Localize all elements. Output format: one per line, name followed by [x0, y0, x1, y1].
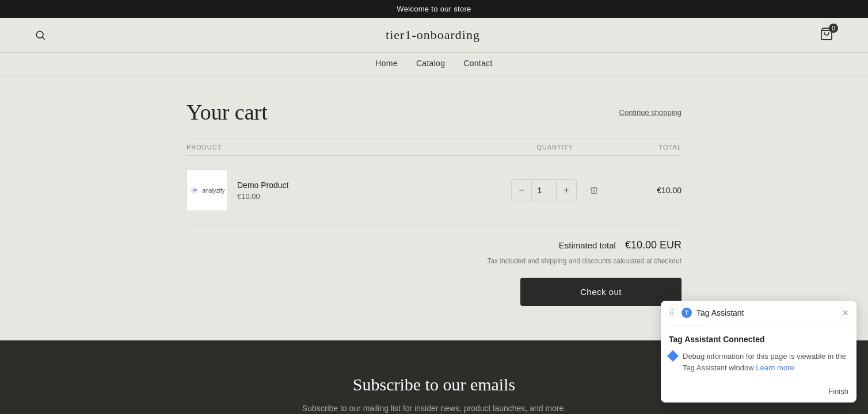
tag-assistant-close-button[interactable]: × — [842, 308, 848, 318]
svg-point-0 — [36, 31, 43, 38]
quantity-input[interactable] — [531, 180, 557, 201]
main-content: Your cart Continue shopping PRODUCT QUAN… — [175, 76, 693, 340]
item-total: €10.00 — [612, 186, 682, 195]
tag-assistant-title-row: ⠿ T Tag Assistant — [669, 308, 744, 318]
quantity-wrapper: − + — [511, 179, 577, 201]
column-quantity-label: QUANTITY — [497, 144, 612, 151]
tag-debug-text: Debug information for this page is viewa… — [683, 351, 848, 373]
header-right: 0 — [820, 27, 833, 43]
product-name: Demo Product — [237, 181, 288, 190]
cart-badge: 0 — [829, 24, 838, 33]
product-image: analyzify — [186, 170, 228, 211]
tag-diamond-icon — [667, 350, 679, 362]
tag-assistant-icon: T — [682, 308, 692, 318]
top-banner: Welcome to our store — [0, 0, 868, 18]
column-product-label: PRODUCT — [186, 144, 497, 151]
cart-icon-wrapper[interactable]: 0 — [820, 27, 833, 43]
search-icon[interactable] — [35, 29, 46, 41]
column-total-label: TOTAL — [612, 144, 682, 151]
continue-shopping-link[interactable]: Continue shopping — [619, 108, 682, 117]
store-title[interactable]: tier1-onboarding — [46, 28, 820, 43]
header-left — [35, 29, 46, 41]
nav-item-catalog[interactable]: Catalog — [416, 59, 445, 68]
product-details: Demo Product €10.00 — [237, 181, 288, 201]
decrease-quantity-button[interactable]: − — [512, 180, 531, 201]
trash-icon — [589, 186, 599, 195]
tag-debug-row: Debug information for this page is viewa… — [669, 351, 848, 373]
header-center: tier1-onboarding — [46, 28, 820, 43]
tag-assistant-body: Tag Assistant Connected Debug informatio… — [661, 325, 856, 382]
product-info: analyzify Demo Product €10.00 — [186, 170, 497, 211]
cart-item: analyzify Demo Product €10.00 − + — [186, 156, 682, 225]
estimated-total-row: Estimated total €10.00 EUR — [186, 239, 682, 251]
estimated-total-label: Estimated total — [559, 240, 616, 250]
navigation: Home Catalog Contact — [0, 53, 868, 76]
nav-item-contact[interactable]: Contact — [463, 59, 492, 68]
cart-header: Your cart Continue shopping — [186, 99, 682, 125]
cart-title: Your cart — [186, 99, 268, 125]
svg-point-3 — [191, 187, 197, 194]
svg-line-1 — [43, 37, 45, 40]
tag-assistant-popup: ⠿ T Tag Assistant × Tag Assistant Connec… — [661, 301, 856, 402]
estimated-total-value: €10.00 EUR — [625, 239, 682, 251]
product-logo: analyzify — [190, 185, 225, 195]
tag-finish-button[interactable]: Finish — [828, 387, 848, 396]
footer-subtitle: Subscribe to our mailing list for inside… — [12, 404, 856, 413]
quantity-cell: − + — [497, 179, 612, 201]
increase-quantity-button[interactable]: + — [557, 180, 576, 201]
header: tier1-onboarding 0 — [0, 18, 868, 53]
banner-text: Welcome to our store — [397, 5, 471, 13]
tax-note: Tax included and shipping and discounts … — [186, 256, 682, 266]
drag-handle[interactable]: ⠿ — [669, 308, 675, 317]
tag-assistant-footer: Finish — [661, 382, 856, 402]
product-price: €10.00 — [237, 192, 288, 201]
nav-item-home[interactable]: Home — [375, 59, 398, 68]
tag-connected-text: Tag Assistant Connected — [669, 335, 848, 344]
tag-assistant-title: Tag Assistant — [696, 308, 744, 317]
tag-assistant-header: ⠿ T Tag Assistant × — [661, 301, 856, 325]
tag-learn-more-link[interactable]: Learn more — [756, 363, 794, 372]
order-summary: Estimated total €10.00 EUR Tax included … — [186, 239, 682, 306]
cart-table-header: PRODUCT QUANTITY TOTAL — [186, 139, 682, 156]
delete-item-button[interactable] — [589, 186, 599, 195]
analyzify-icon — [190, 185, 200, 195]
checkout-button[interactable]: Check out — [520, 278, 682, 306]
analyzify-text: analyzify — [203, 187, 225, 194]
